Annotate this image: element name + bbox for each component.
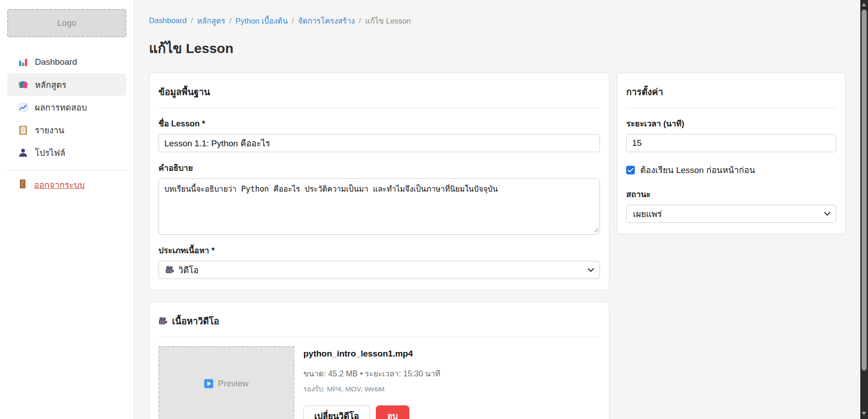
breadcrumb-separator: / (359, 16, 361, 25)
lesson-name-input[interactable] (158, 134, 600, 152)
sidebar-item-reports[interactable]: รายงาน (7, 119, 126, 141)
person-icon (18, 148, 28, 158)
video-content-card: เนื้อหาวิดีโอ Preview python_intro_lesso… (149, 302, 609, 419)
sidebar-item-test-results[interactable]: ผลการทดสอบ (7, 96, 126, 119)
prerequisite-label: ต้องเรียน Lesson ก่อนหน้าก่อน (640, 163, 755, 177)
sidebar-item-label: ผลการทดสอบ (35, 101, 87, 114)
prerequisite-checkbox[interactable] (626, 166, 635, 174)
play-icon (204, 379, 213, 388)
movie-camera-icon (165, 265, 174, 275)
door-icon (18, 179, 27, 191)
lesson-name-label: ชื่อ Lesson * (158, 117, 600, 130)
duration-label: ระยะเวลา (นาที) (626, 117, 836, 130)
content-type-label: ประเภทเนื้อหา * (158, 244, 600, 257)
settings-card-title-text: การตั้งค่า (626, 85, 663, 99)
video-filename: python_intro_lesson1.mp4 (303, 349, 440, 359)
video-card-title-text: เนื้อหาวิดีโอ (172, 314, 219, 328)
movie-camera-icon (158, 317, 168, 326)
sidebar-item-label: โปรไฟล์ (35, 146, 65, 159)
sidebar-menu: Dashboard หลักสูตร ผลการทดสอบ (0, 51, 134, 164)
chevron-down-icon (824, 209, 830, 216)
sidebar-item-courses[interactable]: หลักสูตร (7, 73, 126, 96)
description-textarea-wrap: บทเรียนนี้จะอธิบายว่า Python คืออะไร ประ… (158, 178, 600, 235)
books-icon (18, 80, 28, 90)
video-preview[interactable]: Preview (158, 346, 294, 419)
change-video-button[interactable]: เปลี่ยนวิดีโอ (303, 405, 370, 419)
breadcrumb-separator: / (191, 16, 193, 25)
delete-video-button[interactable]: ลบ (376, 405, 409, 419)
sidebar-item-label: รายงาน (35, 123, 64, 137)
breadcrumb-separator: / (292, 16, 294, 25)
description-label: คำอธิบาย (158, 161, 600, 174)
video-supported-formats: รองรับ: MP4, MOV, WebM (303, 383, 440, 395)
sidebar-divider (7, 170, 126, 171)
description-textarea[interactable]: บทเรียนนี้จะอธิบายว่า Python คืออะไร ประ… (158, 178, 600, 235)
clipboard-icon (18, 125, 28, 135)
video-info: python_intro_lesson1.mp4 ขนาด: 45.2 MB •… (303, 346, 440, 419)
video-card-title: เนื้อหาวิดีโอ (158, 311, 600, 337)
status-value: เผยแพร่ (633, 207, 662, 221)
sidebar-item-label: หลักสูตร (35, 78, 67, 92)
settings-card: การตั้งค่า ระยะเวลา (นาที) ต้องเรียน Les… (617, 72, 846, 234)
breadcrumb: Dashboard / หลักสูตร / Python เบื้องต้น … (149, 14, 846, 27)
breadcrumb-link-course[interactable]: Python เบื้องต้น (235, 14, 288, 27)
page-title: แก้ไข Lesson (149, 38, 846, 59)
basic-info-card-title-text: ข้อมูลพื้นฐาน (158, 85, 210, 99)
logout-label: ออกจากระบบ (34, 178, 85, 192)
sidebar-item-label: Dashboard (35, 57, 77, 67)
breadcrumb-link-structure[interactable]: จัดการโครงสร้าง (298, 14, 355, 27)
scrollbar-up-arrow-icon[interactable] (862, 3, 866, 6)
sidebar-item-dashboard[interactable]: Dashboard (7, 51, 126, 73)
prerequisite-row: ต้องเรียน Lesson ก่อนหน้าก่อน (626, 163, 836, 177)
status-select[interactable]: เผยแพร่ (626, 205, 836, 223)
line-chart-icon (18, 102, 28, 112)
bar-chart-icon (18, 57, 28, 67)
logo-placeholder: Logo (7, 9, 126, 37)
duration-input[interactable] (626, 134, 836, 152)
breadcrumb-link-dashboard[interactable]: Dashboard (149, 16, 187, 25)
main-content: Dashboard / หลักสูตร / Python เบื้องต้น … (134, 0, 860, 419)
content-type-select[interactable]: วิดีโอ (158, 261, 600, 279)
scrollbar-thumb[interactable] (862, 10, 867, 371)
video-meta: ขนาด: 45.2 MB • ระยะเวลา: 15:30 นาที (303, 367, 440, 380)
basic-info-card-title: ข้อมูลพื้นฐาน (158, 82, 600, 108)
breadcrumb-link-courses[interactable]: หลักสูตร (197, 14, 225, 27)
logo-text: Logo (57, 18, 76, 28)
breadcrumb-current: แก้ไข Lesson (365, 14, 411, 27)
settings-card-title: การตั้งค่า (626, 82, 836, 108)
basic-info-card: ข้อมูลพื้นฐาน ชื่อ Lesson * คำอธิบาย บทเ… (149, 72, 609, 290)
vertical-scrollbar[interactable] (860, 0, 868, 419)
sidebar-item-profile[interactable]: โปรไฟล์ (7, 141, 126, 164)
content-type-value: วิดีโอ (178, 263, 199, 277)
breadcrumb-separator: / (229, 16, 231, 25)
sidebar: Logo Dashboard หลักสูตร (0, 0, 134, 419)
preview-label: Preview (218, 379, 249, 389)
status-label: สถานะ (626, 188, 836, 201)
chevron-down-icon (588, 265, 594, 272)
scrollbar-down-arrow-icon[interactable] (862, 412, 866, 415)
logout-link[interactable]: ออกจากระบบ (7, 179, 126, 191)
